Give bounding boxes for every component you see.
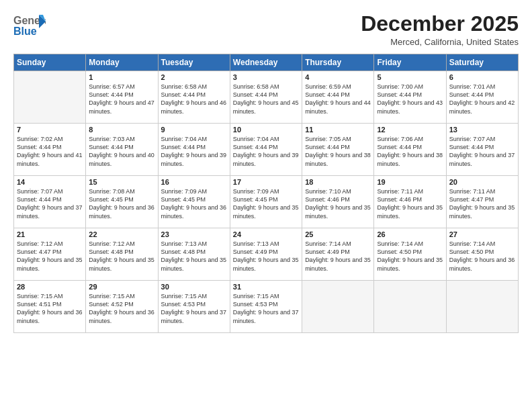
calendar-cell: 9Sunrise: 7:04 AMSunset: 4:44 PMDaylight… bbox=[158, 124, 230, 176]
day-number: 17 bbox=[233, 178, 299, 186]
day-info: Sunrise: 7:09 AMSunset: 4:45 PMDaylight:… bbox=[161, 187, 227, 220]
calendar-cell: 28Sunrise: 7:15 AMSunset: 4:51 PMDayligh… bbox=[14, 281, 86, 333]
day-info: Sunrise: 7:04 AMSunset: 4:44 PMDaylight:… bbox=[161, 135, 227, 168]
day-info: Sunrise: 7:14 AMSunset: 4:49 PMDaylight:… bbox=[305, 240, 371, 273]
day-info: Sunrise: 7:02 AMSunset: 4:44 PMDaylight:… bbox=[17, 135, 83, 168]
day-number: 23 bbox=[161, 230, 227, 238]
calendar-cell: 11Sunrise: 7:05 AMSunset: 4:44 PMDayligh… bbox=[302, 124, 374, 176]
calendar-cell: 15Sunrise: 7:08 AMSunset: 4:45 PMDayligh… bbox=[86, 176, 158, 228]
day-info: Sunrise: 7:15 AMSunset: 4:51 PMDaylight:… bbox=[17, 292, 83, 325]
day-number: 31 bbox=[233, 283, 299, 291]
calendar-cell: 4Sunrise: 6:59 AMSunset: 4:44 PMDaylight… bbox=[302, 71, 374, 124]
day-info: Sunrise: 7:01 AMSunset: 4:44 PMDaylight:… bbox=[449, 83, 515, 116]
day-number: 20 bbox=[449, 178, 515, 186]
calendar-cell: 3Sunrise: 6:58 AMSunset: 4:44 PMDaylight… bbox=[230, 71, 302, 124]
header: General Blue December 2025 Merced, Calif… bbox=[13, 12, 519, 47]
day-info: Sunrise: 7:12 AMSunset: 4:47 PMDaylight:… bbox=[17, 240, 83, 273]
day-info: Sunrise: 7:14 AMSunset: 4:50 PMDaylight:… bbox=[449, 240, 515, 273]
calendar-cell: 31Sunrise: 7:15 AMSunset: 4:53 PMDayligh… bbox=[230, 281, 302, 333]
main-title: December 2025 bbox=[361, 12, 519, 36]
day-number: 26 bbox=[377, 230, 443, 238]
calendar-cell: 14Sunrise: 7:07 AMSunset: 4:44 PMDayligh… bbox=[14, 176, 86, 228]
calendar-cell: 18Sunrise: 7:10 AMSunset: 4:46 PMDayligh… bbox=[302, 176, 374, 228]
day-info: Sunrise: 7:09 AMSunset: 4:45 PMDaylight:… bbox=[233, 187, 299, 220]
day-info: Sunrise: 7:11 AMSunset: 4:46 PMDaylight:… bbox=[377, 187, 443, 220]
day-number: 8 bbox=[89, 126, 154, 134]
calendar-cell: 30Sunrise: 7:15 AMSunset: 4:53 PMDayligh… bbox=[158, 281, 230, 333]
calendar-cell: 17Sunrise: 7:09 AMSunset: 4:45 PMDayligh… bbox=[230, 176, 302, 228]
calendar-cell: 29Sunrise: 7:15 AMSunset: 4:52 PMDayligh… bbox=[86, 281, 158, 333]
calendar-cell bbox=[14, 71, 86, 124]
day-info: Sunrise: 7:15 AMSunset: 4:53 PMDaylight:… bbox=[233, 292, 299, 325]
calendar-cell: 1Sunrise: 6:57 AMSunset: 4:44 PMDaylight… bbox=[86, 71, 158, 124]
svg-text:Blue: Blue bbox=[13, 26, 37, 37]
calendar: Sunday Monday Tuesday Wednesday Thursday… bbox=[13, 54, 519, 333]
calendar-cell bbox=[446, 281, 518, 333]
col-tuesday: Tuesday bbox=[158, 54, 230, 71]
calendar-cell: 25Sunrise: 7:14 AMSunset: 4:49 PMDayligh… bbox=[302, 228, 374, 281]
calendar-cell bbox=[374, 281, 446, 333]
day-info: Sunrise: 6:58 AMSunset: 4:44 PMDaylight:… bbox=[233, 83, 299, 116]
calendar-cell bbox=[302, 281, 374, 333]
week-row-5: 28Sunrise: 7:15 AMSunset: 4:51 PMDayligh… bbox=[14, 281, 519, 333]
calendar-cell: 23Sunrise: 7:13 AMSunset: 4:48 PMDayligh… bbox=[158, 228, 230, 281]
logo-icon: General Blue bbox=[13, 12, 46, 39]
calendar-cell: 16Sunrise: 7:09 AMSunset: 4:45 PMDayligh… bbox=[158, 176, 230, 228]
calendar-cell: 20Sunrise: 7:11 AMSunset: 4:47 PMDayligh… bbox=[446, 176, 518, 228]
day-number: 15 bbox=[89, 178, 154, 186]
day-info: Sunrise: 7:00 AMSunset: 4:44 PMDaylight:… bbox=[377, 83, 443, 116]
week-row-2: 7Sunrise: 7:02 AMSunset: 4:44 PMDaylight… bbox=[14, 124, 519, 176]
day-number: 27 bbox=[449, 230, 515, 238]
day-number: 10 bbox=[233, 126, 299, 134]
calendar-cell: 21Sunrise: 7:12 AMSunset: 4:47 PMDayligh… bbox=[14, 228, 86, 281]
day-number: 16 bbox=[161, 178, 227, 186]
logo: General Blue bbox=[13, 12, 47, 39]
day-info: Sunrise: 7:07 AMSunset: 4:44 PMDaylight:… bbox=[449, 135, 515, 168]
day-info: Sunrise: 6:59 AMSunset: 4:44 PMDaylight:… bbox=[305, 83, 371, 116]
day-number: 4 bbox=[305, 73, 371, 81]
subtitle: Merced, California, United States bbox=[361, 37, 519, 47]
col-wednesday: Wednesday bbox=[230, 54, 302, 71]
week-row-3: 14Sunrise: 7:07 AMSunset: 4:44 PMDayligh… bbox=[14, 176, 519, 228]
calendar-cell: 8Sunrise: 7:03 AMSunset: 4:44 PMDaylight… bbox=[86, 124, 158, 176]
week-row-1: 1Sunrise: 6:57 AMSunset: 4:44 PMDaylight… bbox=[14, 71, 519, 124]
col-sunday: Sunday bbox=[14, 54, 86, 71]
col-monday: Monday bbox=[86, 54, 158, 71]
day-number: 30 bbox=[161, 283, 227, 291]
day-number: 29 bbox=[89, 283, 154, 291]
day-number: 11 bbox=[305, 126, 371, 134]
day-info: Sunrise: 7:15 AMSunset: 4:53 PMDaylight:… bbox=[161, 292, 227, 325]
day-info: Sunrise: 7:08 AMSunset: 4:45 PMDaylight:… bbox=[89, 187, 154, 220]
day-number: 19 bbox=[377, 178, 443, 186]
day-info: Sunrise: 7:05 AMSunset: 4:44 PMDaylight:… bbox=[305, 135, 371, 168]
col-saturday: Saturday bbox=[446, 54, 518, 71]
col-thursday: Thursday bbox=[302, 54, 374, 71]
day-number: 9 bbox=[161, 126, 227, 134]
day-number: 24 bbox=[233, 230, 299, 238]
calendar-cell: 27Sunrise: 7:14 AMSunset: 4:50 PMDayligh… bbox=[446, 228, 518, 281]
day-info: Sunrise: 7:13 AMSunset: 4:48 PMDaylight:… bbox=[161, 240, 227, 273]
day-info: Sunrise: 7:10 AMSunset: 4:46 PMDaylight:… bbox=[305, 187, 371, 220]
day-info: Sunrise: 7:13 AMSunset: 4:49 PMDaylight:… bbox=[233, 240, 299, 273]
day-number: 5 bbox=[377, 73, 443, 81]
calendar-cell: 22Sunrise: 7:12 AMSunset: 4:48 PMDayligh… bbox=[86, 228, 158, 281]
page: General Blue December 2025 Merced, Calif… bbox=[0, 0, 532, 411]
week-row-4: 21Sunrise: 7:12 AMSunset: 4:47 PMDayligh… bbox=[14, 228, 519, 281]
day-number: 1 bbox=[89, 73, 154, 81]
calendar-cell: 2Sunrise: 6:58 AMSunset: 4:44 PMDaylight… bbox=[158, 71, 230, 124]
day-number: 28 bbox=[17, 283, 83, 291]
day-info: Sunrise: 7:11 AMSunset: 4:47 PMDaylight:… bbox=[449, 187, 515, 220]
calendar-cell: 7Sunrise: 7:02 AMSunset: 4:44 PMDaylight… bbox=[14, 124, 86, 176]
day-number: 2 bbox=[161, 73, 227, 81]
day-number: 3 bbox=[233, 73, 299, 81]
calendar-cell: 10Sunrise: 7:04 AMSunset: 4:44 PMDayligh… bbox=[230, 124, 302, 176]
day-number: 14 bbox=[17, 178, 83, 186]
col-friday: Friday bbox=[374, 54, 446, 71]
day-number: 6 bbox=[449, 73, 515, 81]
calendar-cell: 19Sunrise: 7:11 AMSunset: 4:46 PMDayligh… bbox=[374, 176, 446, 228]
day-info: Sunrise: 6:57 AMSunset: 4:44 PMDaylight:… bbox=[89, 83, 154, 116]
day-number: 25 bbox=[305, 230, 371, 238]
calendar-cell: 12Sunrise: 7:06 AMSunset: 4:44 PMDayligh… bbox=[374, 124, 446, 176]
day-number: 13 bbox=[449, 126, 515, 134]
day-number: 21 bbox=[17, 230, 83, 238]
